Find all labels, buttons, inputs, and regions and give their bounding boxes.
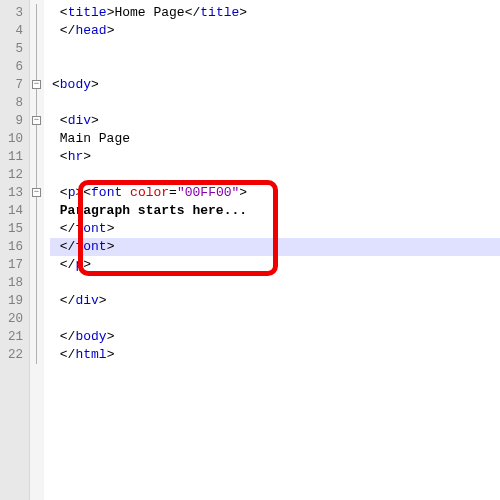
fold-row — [30, 94, 44, 112]
fold-row — [30, 4, 44, 22]
code-line[interactable] — [50, 310, 500, 328]
line-number: 14 — [0, 202, 23, 220]
code-line[interactable]: <title>Home Page</title> — [50, 4, 500, 22]
fold-toggle-icon[interactable]: − — [32, 80, 41, 89]
line-number: 19 — [0, 292, 23, 310]
code-line[interactable] — [50, 58, 500, 76]
fold-row — [30, 256, 44, 274]
fold-row — [30, 166, 44, 184]
fold-column: −−− — [30, 0, 44, 500]
fold-row: − — [30, 112, 44, 130]
line-number: 3 — [0, 4, 23, 22]
fold-row — [30, 148, 44, 166]
line-number: 17 — [0, 256, 23, 274]
fold-row — [30, 274, 44, 292]
line-number-gutter: 345678910111213141516171819202122 — [0, 0, 30, 500]
fold-row — [30, 310, 44, 328]
code-line[interactable]: <body> — [50, 76, 500, 94]
line-number: 13 — [0, 184, 23, 202]
fold-row: − — [30, 76, 44, 94]
line-number: 16 — [0, 238, 23, 256]
line-number: 9 — [0, 112, 23, 130]
code-line[interactable] — [50, 94, 500, 112]
fold-row — [30, 130, 44, 148]
fold-row — [30, 346, 44, 364]
code-line[interactable]: </div> — [50, 292, 500, 310]
fold-row — [30, 328, 44, 346]
code-line[interactable] — [50, 40, 500, 58]
line-number: 12 — [0, 166, 23, 184]
code-editor[interactable]: 345678910111213141516171819202122 −−− <t… — [0, 0, 500, 500]
fold-row — [30, 22, 44, 40]
fold-row — [30, 292, 44, 310]
line-number: 4 — [0, 22, 23, 40]
line-number: 11 — [0, 148, 23, 166]
fold-toggle-icon[interactable]: − — [32, 188, 41, 197]
line-number: 21 — [0, 328, 23, 346]
code-line[interactable]: </font> — [50, 220, 500, 238]
code-line[interactable]: <p><font color="00FF00"> — [50, 184, 500, 202]
line-number: 5 — [0, 40, 23, 58]
line-number: 10 — [0, 130, 23, 148]
fold-row — [30, 40, 44, 58]
code-area[interactable]: <title>Home Page</title> </head><body> <… — [44, 0, 500, 500]
fold-row — [30, 220, 44, 238]
code-line[interactable]: <div> — [50, 112, 500, 130]
code-line[interactable]: </head> — [50, 22, 500, 40]
code-line[interactable] — [50, 166, 500, 184]
line-number: 6 — [0, 58, 23, 76]
code-line[interactable]: </p> — [50, 256, 500, 274]
fold-toggle-icon[interactable]: − — [32, 116, 41, 125]
fold-row — [30, 58, 44, 76]
code-line[interactable]: Paragraph starts here... — [50, 202, 500, 220]
line-number: 22 — [0, 346, 23, 364]
line-number: 15 — [0, 220, 23, 238]
line-number: 18 — [0, 274, 23, 292]
code-line[interactable] — [50, 274, 500, 292]
code-line[interactable]: </body> — [50, 328, 500, 346]
fold-row — [30, 202, 44, 220]
line-number: 8 — [0, 94, 23, 112]
code-line[interactable]: <hr> — [50, 148, 500, 166]
code-line[interactable]: </font> — [50, 238, 500, 256]
line-number: 20 — [0, 310, 23, 328]
fold-row: − — [30, 184, 44, 202]
code-line[interactable]: </html> — [50, 346, 500, 364]
fold-row — [30, 238, 44, 256]
line-number: 7 — [0, 76, 23, 94]
code-line[interactable]: Main Page — [50, 130, 500, 148]
